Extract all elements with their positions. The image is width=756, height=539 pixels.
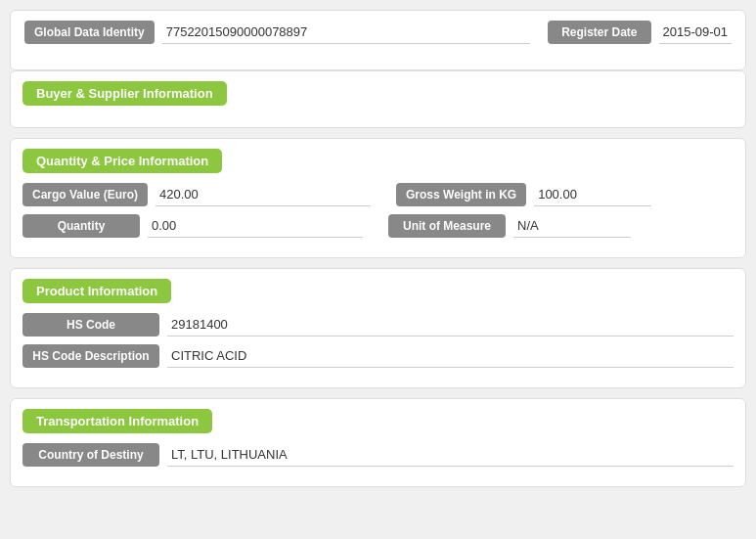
unit-of-measure-label: Unit of Measure bbox=[388, 214, 506, 238]
quantity-price-section: Quantity & Price Information Cargo Value… bbox=[10, 138, 746, 258]
register-date-group: Register Date 2015-09-01 bbox=[548, 21, 732, 44]
unit-of-measure-value: N/A bbox=[513, 214, 631, 238]
gross-weight-group: Gross Weight in KG 100.00 bbox=[396, 183, 651, 206]
hs-code-row: HS Code 29181400 bbox=[22, 313, 734, 337]
top-row-card: Global Data Identity 7752201509000007889… bbox=[10, 10, 746, 70]
top-row: Global Data Identity 7752201509000007889… bbox=[24, 21, 732, 44]
country-destiny-row: Country of Destiny LT, LTU, LITHUANIA bbox=[22, 443, 734, 467]
hs-code-desc-value: CITRIC ACID bbox=[167, 344, 734, 368]
cargo-value-value: 420.00 bbox=[156, 183, 371, 206]
quantity-price-header: Quantity & Price Information bbox=[22, 149, 222, 173]
cargo-value-label: Cargo Value (Euro) bbox=[22, 183, 148, 206]
country-destiny-value: LT, LTU, LITHUANIA bbox=[167, 443, 734, 467]
buyer-supplier-section: Buyer & Supplier Information bbox=[10, 70, 746, 128]
product-header: Product Information bbox=[22, 279, 171, 303]
hs-code-desc-label: HS Code Description bbox=[22, 344, 159, 368]
quantity-label: Quantity bbox=[22, 214, 140, 238]
transportation-section: Transportation Information Country of De… bbox=[10, 398, 746, 487]
quantity-value: 0.00 bbox=[148, 214, 363, 238]
cargo-value-row: Cargo Value (Euro) 420.00 Gross Weight i… bbox=[22, 183, 734, 206]
quantity-row: Quantity 0.00 Unit of Measure N/A bbox=[22, 214, 734, 238]
hs-code-value: 29181400 bbox=[167, 313, 734, 337]
register-date-button[interactable]: Register Date bbox=[548, 21, 650, 44]
buyer-supplier-header: Buyer & Supplier Information bbox=[22, 81, 227, 106]
register-date-value: 2015-09-01 bbox=[659, 21, 733, 44]
global-data-identity-label: Global Data Identity bbox=[24, 21, 155, 44]
gross-weight-value: 100.00 bbox=[534, 183, 651, 206]
hs-code-label: HS Code bbox=[22, 313, 159, 337]
transportation-header: Transportation Information bbox=[22, 409, 212, 433]
global-data-identity-value: 77522015090000078897 bbox=[162, 21, 530, 44]
unit-of-measure-group: Unit of Measure N/A bbox=[388, 214, 631, 238]
gross-weight-label: Gross Weight in KG bbox=[396, 183, 526, 206]
product-section: Product Information HS Code 29181400 HS … bbox=[10, 268, 746, 388]
hs-code-desc-row: HS Code Description CITRIC ACID bbox=[22, 344, 734, 368]
country-destiny-label: Country of Destiny bbox=[22, 443, 159, 467]
